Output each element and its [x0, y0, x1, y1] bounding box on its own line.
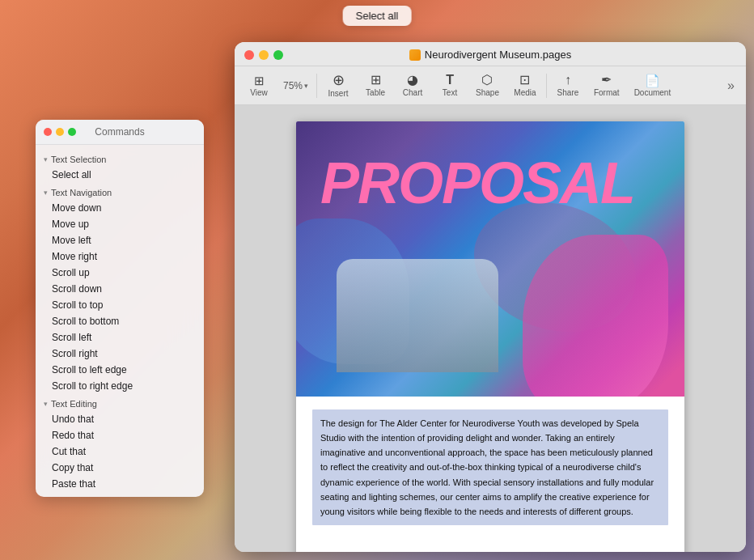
section-label: Text Editing — [51, 399, 97, 409]
table-icon: ⊞ — [371, 74, 381, 87]
pages-toolbar: ⊞ View 75% ▾ ⊕ Insert ⊞ Table ◕ Chart T … — [235, 66, 746, 105]
maximize-button[interactable] — [68, 128, 76, 136]
select-all-button[interactable]: Select all — [343, 6, 412, 26]
window-close-button[interactable] — [244, 50, 254, 60]
toolbar-item-chart[interactable]: ◕ Chart — [395, 70, 430, 100]
document-icon: 📄 — [645, 74, 660, 87]
commands-body: ▾ Text Selection Select all ▾ Text Navig… — [36, 145, 204, 497]
toolbar-divider — [316, 74, 317, 98]
document-body: The design for The Alder Center for Neur… — [296, 397, 684, 538]
chevron-down-icon: ▾ — [44, 400, 48, 408]
toolbar-item-format[interactable]: ✒ Format — [587, 70, 626, 100]
toolbar-item-zoom[interactable]: 75% ▾ — [278, 77, 313, 95]
section-text-selection: ▾ Text Selection — [36, 150, 204, 167]
command-scroll-right[interactable]: Scroll right — [39, 346, 201, 362]
pages-file-icon — [409, 49, 421, 61]
media-icon: ⊡ — [519, 74, 530, 87]
toolbar-item-document[interactable]: 📄 Document — [628, 71, 678, 100]
toolbar-more-button[interactable]: » — [722, 75, 739, 96]
furniture-shape — [337, 259, 498, 372]
minimize-button[interactable] — [56, 128, 64, 136]
command-move-down[interactable]: Move down — [39, 200, 201, 216]
zoom-value: 75% — [283, 80, 303, 91]
toolbar-divider — [546, 74, 547, 98]
text-icon: T — [446, 74, 454, 87]
command-scroll-to-top[interactable]: Scroll to top — [39, 297, 201, 313]
command-scroll-left[interactable]: Scroll left — [39, 329, 201, 346]
document-header-image: PROPOSAL — [296, 121, 684, 397]
pages-window: Neurodivergent Museum.pages ⊞ View 75% ▾… — [235, 42, 746, 552]
table-label: Table — [366, 88, 385, 97]
command-move-left[interactable]: Move left — [39, 232, 201, 248]
commands-title: Commands — [95, 126, 144, 138]
chart-icon: ◕ — [407, 74, 418, 87]
toolbar-item-shape[interactable]: ⬡ Shape — [469, 70, 506, 100]
command-copy-that[interactable]: Copy that — [39, 460, 201, 476]
text-label: Text — [443, 88, 457, 97]
share-icon: ↑ — [565, 74, 571, 87]
toolbar-item-share[interactable]: ↑ Share — [550, 70, 586, 100]
command-scroll-down[interactable]: Scroll down — [39, 281, 201, 297]
selected-text-block: The design for The Alder Center for Neur… — [312, 409, 668, 525]
chevron-down-icon: ▾ — [304, 82, 308, 90]
view-icon: ⊞ — [254, 74, 265, 87]
window-maximize-button[interactable] — [273, 50, 283, 60]
chevron-down-icon: ▾ — [44, 155, 48, 163]
section-text-navigation: ▾ Text Navigation — [36, 183, 204, 200]
pages-titlebar: Neurodivergent Museum.pages — [235, 42, 746, 66]
pages-content: PROPOSAL The design for The Alder Center… — [235, 105, 746, 552]
insert-label: Insert — [328, 89, 349, 98]
proposal-heading: PROPOSAL — [320, 154, 634, 212]
window-title: Neurodivergent Museum.pages — [409, 49, 571, 61]
close-button[interactable] — [44, 128, 52, 136]
window-minimize-button[interactable] — [259, 50, 269, 60]
share-label: Share — [557, 88, 579, 97]
command-cut-that[interactable]: Cut that — [39, 443, 201, 460]
command-paste-that[interactable]: Paste that — [39, 476, 201, 492]
command-scroll-to-left-edge[interactable]: Scroll to left edge — [39, 362, 201, 378]
shape-overlay-pink — [523, 235, 668, 397]
window-title-text: Neurodivergent Museum.pages — [425, 49, 571, 61]
shape-icon: ⬡ — [481, 74, 493, 87]
insert-icon: ⊕ — [333, 73, 345, 87]
command-scroll-to-right-edge[interactable]: Scroll to right edge — [39, 378, 201, 394]
commands-titlebar: Commands — [36, 120, 204, 145]
command-move-up[interactable]: Move up — [39, 216, 201, 232]
section-label: Text Navigation — [51, 188, 112, 197]
format-label: Format — [594, 88, 620, 97]
section-text-editing: ▾ Text Editing — [36, 394, 204, 411]
document-page: PROPOSAL The design for The Alder Center… — [296, 121, 684, 552]
shape-label: Shape — [476, 88, 499, 97]
view-label: View — [250, 88, 268, 97]
toolbar-item-view[interactable]: ⊞ View — [241, 71, 277, 100]
command-undo-that[interactable]: Undo that — [39, 411, 201, 427]
toolbar-item-table[interactable]: ⊞ Table — [358, 70, 393, 100]
command-select-all[interactable]: Select all — [39, 167, 201, 183]
command-redo-that[interactable]: Redo that — [39, 427, 201, 443]
toolbar-item-text[interactable]: T Text — [432, 70, 468, 100]
media-label: Media — [514, 88, 536, 97]
toolbar-item-insert[interactable]: ⊕ Insert — [320, 70, 356, 101]
chart-label: Chart — [403, 88, 422, 97]
chevron-down-icon: ▾ — [44, 189, 48, 197]
command-scroll-up[interactable]: Scroll up — [39, 265, 201, 281]
commands-panel: Commands ▾ Text Selection Select all ▾ T… — [36, 120, 204, 497]
format-icon: ✒ — [601, 74, 612, 87]
command-scroll-to-bottom[interactable]: Scroll to bottom — [39, 313, 201, 329]
section-label: Text Selection — [51, 155, 106, 164]
toolbar-item-media[interactable]: ⊡ Media — [507, 70, 543, 100]
command-move-right[interactable]: Move right — [39, 248, 201, 265]
document-label: Document — [634, 88, 671, 97]
